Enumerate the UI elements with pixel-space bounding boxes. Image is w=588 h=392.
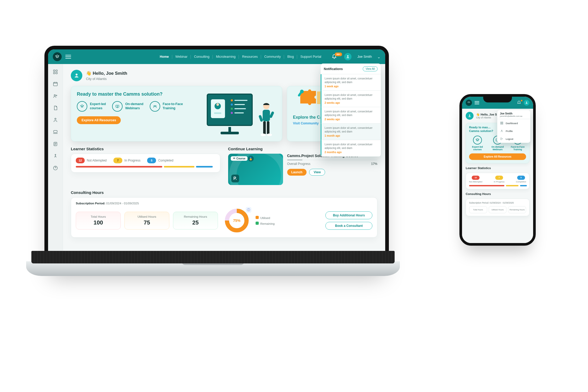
nav-consulting[interactable]: Consulting (191, 55, 213, 59)
benefit-0: Expert-ledcourses (77, 101, 106, 112)
brand-logo[interactable] (53, 52, 62, 61)
avatar[interactable] (524, 100, 529, 106)
chevron-down-icon[interactable]: ⌄ (377, 54, 381, 59)
tile: Total Hours (469, 206, 487, 213)
svg-rect-2 (56, 70, 57, 72)
sidebar-item-doc[interactable] (51, 103, 60, 113)
book-consultant-button[interactable]: Book a Consultant (325, 222, 372, 230)
explore-resources-button[interactable]: Explore All Resources (77, 116, 121, 124)
notifications-button[interactable]: 99+ (332, 54, 337, 59)
svg-point-42 (501, 130, 502, 131)
donut-info-icon[interactable]: ⓘ (246, 207, 251, 213)
sidebar-item-note[interactable] (51, 139, 60, 149)
svg-rect-39 (502, 122, 503, 123)
course-thumb[interactable]: Course 🏅 P. (228, 154, 283, 185)
stat-chip: 7In Progress (494, 176, 505, 183)
notifications-panel: Notifications View All Lorem ipsum dolor… (320, 64, 381, 157)
nav-community[interactable]: Community (261, 55, 284, 59)
user-name[interactable]: Joe Smith (357, 55, 372, 59)
app: HomeWebinarConsultingMicrolearningResour… (48, 49, 385, 266)
nav-blog[interactable]: Blog (284, 55, 297, 59)
sidebar-item-person[interactable] (51, 115, 60, 125)
nav-webinar[interactable]: Webinar (172, 55, 191, 59)
menu-user-email: joesmith@atlantis.com.au (500, 115, 528, 117)
svg-point-0 (347, 55, 349, 57)
svg-point-43 (469, 114, 470, 116)
view-button[interactable]: View (309, 169, 325, 176)
notifications-view-all[interactable]: View All (363, 66, 378, 71)
tile-total: Total Hours100 (76, 212, 121, 229)
top-nav: HomeWebinarConsultingMicrolearningResour… (157, 55, 324, 59)
notifications-title: Notifications (324, 67, 343, 71)
nav-home[interactable]: Home (157, 55, 172, 59)
svg-rect-9 (54, 130, 57, 132)
consulting-title: Consulting Hours (71, 190, 377, 195)
buy-hours-button[interactable]: Buy Additional Hours (325, 211, 372, 219)
stat-chip: 12Not Attempted (76, 158, 107, 163)
phone-topbar (462, 97, 533, 109)
sidebar-item-help[interactable] (51, 163, 60, 173)
menu-item-dashboard[interactable]: Dashboard (497, 119, 530, 127)
notification-item[interactable]: Lorem ipsum dolor sit amet, consectetuer… (321, 124, 381, 140)
stat-chip: 12Not Attempted (469, 176, 482, 183)
bell-icon[interactable] (517, 101, 521, 105)
donut-percent: 75% (233, 218, 240, 223)
svg-point-37 (526, 102, 527, 103)
donut-legend: Utilised Remaining (256, 216, 275, 225)
sidebar-item-laptop[interactable] (51, 127, 60, 137)
course-letter: P. (231, 175, 239, 182)
sidebar-item-star[interactable] (51, 151, 60, 161)
launch-button[interactable]: Launch (287, 169, 307, 176)
stat-chip: 5Completed (516, 176, 526, 183)
sidebar-item-users[interactable] (51, 91, 60, 101)
explore-resources-button[interactable]: Explore All Resources (469, 153, 526, 160)
svg-point-17 (155, 106, 156, 107)
stat-chip: 5Completed (147, 158, 173, 163)
hamburger-icon[interactable] (475, 101, 479, 104)
consulting-card: Subscription Period: 01/09/2024 - 01/09/… (466, 199, 529, 216)
svg-point-16 (154, 106, 155, 107)
sidebar-item-calendar[interactable] (51, 79, 60, 89)
svg-rect-25 (267, 121, 269, 134)
consulting-title: Consulting Hours (466, 192, 529, 195)
notification-item[interactable]: Lorem ipsum dolor sit amet, consectetuer… (321, 140, 381, 157)
hamburger-icon[interactable] (65, 55, 71, 59)
svg-point-13 (76, 74, 77, 76)
period: Subscription Period: 01/09/2024 - 01/09/… (469, 201, 526, 204)
tile-utilised: Utilised Hours75 (124, 212, 169, 229)
notification-item[interactable]: Lorem ipsum dolor sit amet, consectetuer… (321, 74, 381, 91)
topbar: HomeWebinarConsultingMicrolearningResour… (48, 49, 385, 64)
svg-point-29 (267, 134, 272, 136)
tile-remaining: Remaining Hours25 (173, 212, 218, 229)
svg-point-28 (261, 134, 266, 136)
learner-stats-title: Learner Statistics (71, 147, 220, 151)
hero-illustration (196, 90, 277, 137)
greeting-text: Hello, Joe Smith (93, 71, 127, 76)
svg-rect-24 (263, 121, 266, 134)
svg-rect-5 (54, 82, 57, 86)
avatar[interactable] (344, 53, 351, 60)
nav-support-portal[interactable]: Support Portal (297, 55, 324, 59)
notification-item[interactable]: Lorem ipsum dolor sit amet, consectetuer… (321, 107, 381, 124)
svg-rect-22 (263, 110, 270, 121)
menu-item-profile[interactable]: Profile (497, 127, 530, 135)
user-menu: Joe Smithjoesmith@atlantis.com.au Dashbo… (497, 110, 531, 143)
svg-point-7 (56, 95, 57, 96)
menu-item-logout[interactable]: Logout (497, 135, 530, 143)
svg-point-11 (55, 154, 56, 155)
svg-rect-3 (54, 72, 55, 74)
learner-stats-card: 12Not Attempted7In Progress5Completed (466, 173, 529, 189)
nav-microlearning[interactable]: Microlearning (213, 55, 239, 59)
visit-community-link[interactable]: Visit Community (293, 122, 319, 125)
nav-resources[interactable]: Resources (239, 55, 261, 59)
sidebar-item-dashboard[interactable] (51, 67, 60, 77)
notification-count: 99+ (335, 53, 342, 56)
notification-item[interactable]: Lorem ipsum dolor sit amet, consectetuer… (321, 91, 381, 107)
learner-stats-title: Learner Statistics (466, 166, 529, 170)
brand-logo[interactable] (466, 100, 472, 106)
laptop-frame: HomeWebinarConsultingMicrolearningResour… (44, 46, 389, 270)
hero-card: Ready to master the Camms solution? Expe… (71, 86, 282, 141)
progress-value: 17% (371, 162, 377, 166)
consulting-card: Subscription Period: 01/09/2024 - 01/09/… (71, 197, 377, 238)
tile: Remaining Hours (508, 206, 526, 213)
